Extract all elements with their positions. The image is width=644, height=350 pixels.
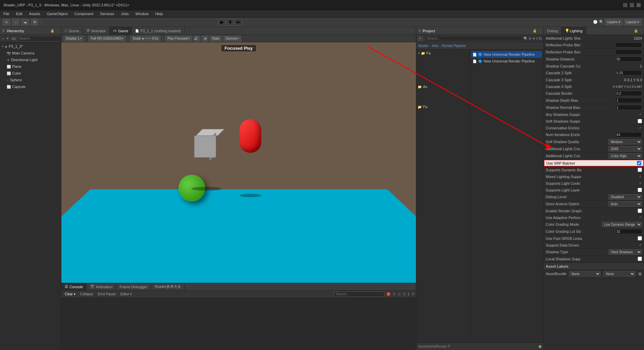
tab-console[interactable]: ☰ Console — [61, 283, 87, 290]
menu-assets[interactable]: Assets — [28, 11, 42, 16]
cascadeborder-input[interactable] — [615, 91, 642, 96]
scale-control[interactable]: Scale ●─── 0.5x — [130, 36, 161, 42]
hierarchy-item-sphere[interactable]: ○ Sphere — [0, 77, 61, 83]
project-tree-item-pa[interactable]: 📁 Pa — [416, 103, 470, 110]
shadowdepthbias-input[interactable] — [615, 98, 642, 103]
collapse-button[interactable]: Collapse — [79, 292, 95, 296]
step-button[interactable]: ⏭ — [234, 19, 242, 26]
tab-debug[interactable]: Debug — [544, 27, 561, 35]
menu-edit[interactable]: Edit — [15, 11, 24, 16]
menu-services[interactable]: Services — [99, 11, 115, 16]
tab-game[interactable]: 🎮 Game — [110, 27, 132, 35]
cascade2split-input[interactable] — [615, 70, 642, 76]
play-focused-btn[interactable]: Play Focused ▾ — [165, 36, 192, 42]
tab-shaderref[interactable]: Shader参考大全 — [151, 283, 184, 290]
project-lock-icon[interactable]: 🔒 — [533, 29, 537, 33]
toolbar-cloud-tool[interactable]: ☁ — [21, 19, 29, 26]
path-renderpipeline[interactable]: Render Pipeline — [442, 44, 466, 48]
tab-animation[interactable]: 🎬 Animation — [87, 283, 116, 290]
reflectionprobebler-input[interactable] — [615, 42, 642, 48]
console-search-input[interactable] — [334, 292, 384, 297]
bottom-tab-menu[interactable]: ⋮ — [408, 285, 416, 289]
supportsdynamicba-checkbox[interactable] — [638, 168, 642, 172]
path-arts[interactable]: Arts — [432, 44, 438, 48]
reflectionprobebox-input[interactable] — [615, 49, 642, 55]
shadownormalbias-input[interactable] — [615, 105, 642, 110]
menu-help[interactable]: Help — [154, 11, 164, 16]
project-add-btn[interactable]: + — [418, 36, 423, 41]
hierarchy-lock-icon[interactable]: 🔒 — [50, 29, 54, 33]
minimize-button[interactable]: ─ — [623, 3, 627, 7]
toolbar-hand-tool[interactable]: ⊙ — [3, 19, 10, 26]
tab-lighting[interactable]: 💡 Lighting — [561, 27, 586, 35]
mute-btn[interactable]: 🔊 — [194, 36, 200, 42]
center-tab-menu[interactable]: ⋮ — [408, 29, 416, 33]
editor-dropdown[interactable]: Editor ▾ — [119, 292, 133, 296]
softshadowssuppo-checkbox[interactable] — [638, 119, 642, 123]
colorgradingmode-dropdown[interactable]: Low Dynamic Range — [602, 222, 642, 227]
debuglevel-dropdown[interactable]: Disabled — [608, 194, 642, 200]
project-tree-item-as[interactable]: 📁 As — [416, 83, 470, 90]
hierarchy-search-input[interactable] — [18, 36, 63, 41]
tab-animator[interactable]: 🎬 Animator — [83, 27, 110, 35]
toolbar-settings-tool[interactable]: ⚙ — [31, 19, 38, 26]
usefastsrgblinea-checkbox[interactable] — [638, 236, 642, 240]
play-button[interactable]: ▶ — [218, 19, 226, 26]
tab-scene[interactable]: ⬡ Scene — [61, 27, 83, 35]
layers-dropdown[interactable]: Layers ▾ — [605, 19, 623, 26]
additionallightscoc1-dropdown[interactable]: 2048 — [608, 146, 642, 151]
supportslightlayer-checkbox[interactable] — [638, 188, 642, 192]
window-controls[interactable]: ─ □ ✕ — [623, 3, 641, 7]
colorgradinglut-input[interactable] — [615, 229, 642, 234]
additionallightscoc2-dropdown[interactable]: Color High — [608, 153, 642, 159]
usesrpbatcher-checkbox[interactable] — [637, 161, 641, 165]
project-star-btn[interactable]: ★ — [532, 37, 535, 40]
asset-bundle-select1[interactable]: None — [569, 271, 601, 276]
menu-file[interactable]: File — [2, 11, 11, 16]
softshadowquality-dropdown[interactable]: Medium — [608, 139, 642, 144]
hierarchy-item-directionallight[interactable]: ☀ Directional Light — [0, 56, 61, 63]
hierarchy-item-root[interactable]: ▼ ◈ P3_1_3* ⋮ — [0, 43, 61, 50]
project-search-btn[interactable]: 🔍 — [524, 37, 528, 40]
layout-dropdown[interactable]: Layout ▾ — [624, 19, 641, 26]
project-menu-icon[interactable]: ⋮ — [538, 29, 541, 33]
hierarchy-item-cube[interactable]: ⬜ Cube — [0, 70, 61, 77]
hierarchy-dropdown-btn[interactable]: ▾ — [6, 36, 9, 41]
tab-p311[interactable]: 📄 P3_1_1 (nothing loaded) — [132, 27, 184, 35]
maximize-button[interactable]: □ — [630, 3, 634, 7]
tab-framedebugger[interactable]: Frame Debugger — [116, 283, 151, 290]
display-dropdown[interactable]: Display 1 ▾ — [63, 36, 84, 42]
hierarchy-item-plane[interactable]: ⬜ Plane — [0, 63, 61, 70]
hierarchy-add-btn[interactable]: + — [1, 36, 5, 41]
stats-btn[interactable]: Stats — [210, 36, 222, 42]
localshadowssupp-checkbox[interactable] — [638, 257, 642, 261]
vr-btn[interactable]: ⊕ — [202, 36, 208, 42]
numiterationsenclo-input[interactable] — [615, 132, 642, 137]
storeactionsoptimi-dropdown[interactable]: Auto — [608, 201, 642, 207]
resolution-dropdown[interactable]: Full HD (1920x1080) ▾ — [88, 36, 126, 42]
project-file-urp2[interactable]: 📄 🔷 New Universal Render Pipeline — [471, 58, 542, 64]
pause-button[interactable]: ⏸ — [226, 19, 234, 26]
error-pause-button[interactable]: Error Pause — [97, 292, 117, 296]
project-filter-btn[interactable]: ⊕ — [529, 37, 531, 40]
enablerendergraph-checkbox[interactable] — [638, 209, 642, 213]
inspector-lock-icon[interactable]: 🔒 — [634, 29, 638, 33]
hierarchy-item-capsule[interactable]: ⬜ Capsule — [0, 83, 61, 90]
project-tree-item-fa[interactable]: ▼ 📁 Fa — [416, 50, 470, 56]
inspector-menu-icon[interactable]: ⋮ — [639, 29, 643, 33]
project-search-input[interactable] — [426, 36, 523, 41]
asset-bundle-icon-btn[interactable]: ⊕ — [638, 271, 642, 276]
close-button[interactable]: ✕ — [637, 3, 641, 7]
project-info-btn[interactable]: ℹ — [536, 37, 538, 40]
project-file-urp1[interactable]: 📄 🔷 New Universal Render Pipeline — [471, 51, 542, 58]
path-assets[interactable]: Assets — [418, 44, 428, 48]
project-refresh-btn[interactable]: ↻ — [539, 36, 542, 41]
shadowtype-dropdown[interactable]: Hard Shadows — [608, 249, 642, 255]
root-menu[interactable]: ⋮ — [56, 45, 60, 48]
hierarchy-menu-icon[interactable]: ⋮ — [56, 29, 59, 33]
toolbar-move-tool[interactable]: ↔ — [12, 19, 19, 26]
gizmos-btn[interactable]: Gizmos ▾ — [223, 36, 241, 42]
shadowdistance-input[interactable] — [615, 56, 642, 62]
menu-jobs[interactable]: Jobs — [120, 11, 130, 16]
asset-bundle-select2[interactable]: None — [603, 271, 635, 276]
